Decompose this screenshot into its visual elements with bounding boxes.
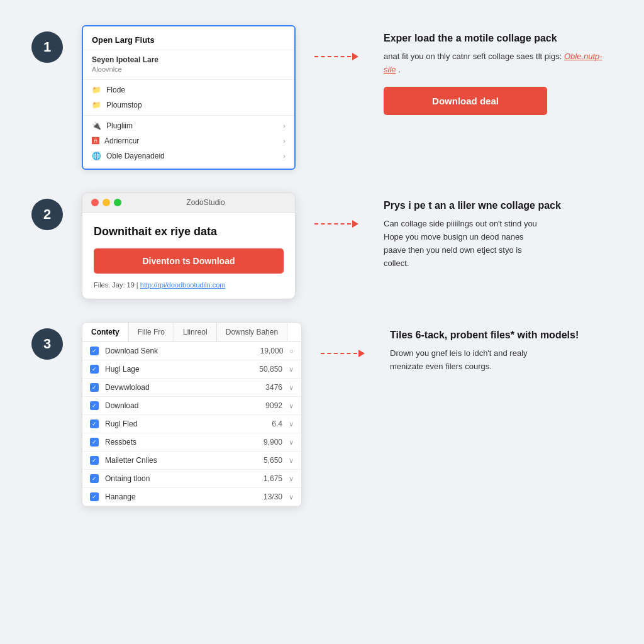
menu-header: Open Larg Fiuts <box>83 31 294 50</box>
row-value-2: 3476 <box>251 383 282 392</box>
traffic-green[interactable] <box>114 199 121 206</box>
traffic-red[interactable] <box>91 199 99 206</box>
chevron-icon: › <box>283 122 286 130</box>
menu-section-title: Seyen Ipoteal Lare <box>83 53 294 65</box>
row-name-6: Mailetter Cnlies <box>105 456 251 465</box>
step-3-arrow <box>321 322 371 360</box>
app-footer: Files. Jay: 19 | http://rpi/doodbootudil… <box>94 281 284 289</box>
row-value-4: 6.4 <box>251 419 282 428</box>
row-chevron-4: ∨ <box>289 420 294 428</box>
row-name-1: Hugl Lage <box>105 365 251 374</box>
tab-fille-fro[interactable]: Fille Fro <box>129 323 174 341</box>
table-row[interactable]: Mailetter Cnlies 5,650 ∨ <box>82 452 301 470</box>
folder2-icon: 📁 <box>92 101 101 109</box>
step-3-badge: 3 <box>31 328 63 360</box>
menu-mockup: Open Larg Fiuts Seyen Ipoteal Lare Aloov… <box>82 25 296 170</box>
step-1-text: anat fit you on thlу catnr seft collage … <box>384 50 613 77</box>
row-value-1: 50,850 <box>251 365 282 374</box>
row-name-3: Download <box>105 401 251 410</box>
menu-item-globe[interactable]: 🌐 Oble Dayenadeid › <box>83 148 294 164</box>
table-mockup: Contety Fille Fro Liinreol Downsly Bahen… <box>82 322 302 507</box>
table-row[interactable]: Ressbets 9,900 ∨ <box>82 433 301 452</box>
table-tabs: Contety Fille Fro Liinreol Downsly Bahen <box>82 323 301 342</box>
row-checkbox-4[interactable] <box>90 419 99 428</box>
step-2-mockup: ZodoStudio Downithait ex riye data Diven… <box>82 192 296 299</box>
table-body: Download Senk 19,000 ○ Hugl Lage 50,850 … <box>82 342 301 506</box>
row-value-0: 19,000 <box>252 347 283 355</box>
row-chevron-7: ∨ <box>289 475 294 483</box>
row-value-7: 1,675 <box>251 474 282 483</box>
table-row[interactable]: Rugl Fled 6.4 ∨ <box>82 415 301 433</box>
app-window: ZodoStudio Downithait ex riye data Diven… <box>82 192 296 299</box>
step-2-description: Prys i pe t an a liler wne collage pack … <box>384 192 613 274</box>
step-2-heading: Prys i pe t an a liler wne collage pack <box>384 199 613 213</box>
folder-icon: 📁 <box>92 86 101 94</box>
table-row[interactable]: Hanange 13/30 ∨ <box>82 488 301 506</box>
step-2-badge: 2 <box>31 199 63 230</box>
step-3-row: 3 Contety Fille Fro Liinreol Downsly Bah… <box>31 322 613 507</box>
adobe-icon: 🅰 <box>92 136 99 145</box>
arrow-dashed-2 <box>314 218 358 230</box>
globe-icon: 🌐 <box>92 152 101 160</box>
step-2-arrow <box>314 192 365 230</box>
step-1-badge: 1 <box>31 31 63 63</box>
step-1-description: Exper load the a motile collage pack ana… <box>384 25 613 115</box>
row-chevron-3: ∨ <box>289 402 294 410</box>
row-chevron-8: ∨ <box>289 493 294 501</box>
plugin-icon: 🔌 <box>92 121 101 130</box>
row-checkbox-6[interactable] <box>90 456 99 465</box>
arrow-dashed-3 <box>321 347 365 360</box>
row-value-8: 13/30 <box>251 492 282 501</box>
row-chevron-5: ∨ <box>289 438 294 447</box>
row-name-4: Rugl Fled <box>105 419 251 428</box>
step-2-text: Can collage side piiiilngs out on't stin… <box>384 218 613 270</box>
row-checkbox-8[interactable] <box>90 492 99 501</box>
row-checkbox-2[interactable] <box>90 383 99 392</box>
row-checkbox-5[interactable] <box>90 438 99 447</box>
row-checkbox-7[interactable] <box>90 474 99 483</box>
menu-separator-2 <box>83 115 294 116</box>
step-3-text: Drown you gnef leis lo idch't and realy … <box>390 347 613 374</box>
table-row[interactable]: Download 9092 ∨ <box>82 397 301 415</box>
menu-item-flode[interactable]: 📁 Flode <box>83 82 294 97</box>
app-download-button[interactable]: Diventon ts Download <box>94 248 284 274</box>
tab-contety[interactable]: Contety <box>82 323 129 341</box>
row-checkbox-1[interactable] <box>90 365 99 374</box>
download-deal-button[interactable]: Download deal <box>384 87 547 115</box>
row-chevron-0: ○ <box>289 347 294 355</box>
traffic-yellow[interactable] <box>103 199 110 206</box>
app-body: Downithait ex riye data Diventon ts Down… <box>82 213 295 299</box>
step-1-heading: Exper load the a motile collage pack <box>384 31 613 45</box>
step-1-mockup: Open Larg Fiuts Seyen Ipoteal Lare Aloov… <box>82 25 296 170</box>
table-row[interactable]: Devwwloload 3476 ∨ <box>82 379 301 397</box>
row-name-7: Ontaing tloon <box>105 474 251 483</box>
page-container: 1 Open Larg Fiuts Seyen Ipoteal Lare Alo… <box>13 13 631 519</box>
menu-separator <box>83 79 294 80</box>
tab-liinreol[interactable]: Liinreol <box>174 323 217 341</box>
menu-item-ploumstop[interactable]: 📁 Ploumstop <box>83 97 294 113</box>
tab-downsly[interactable]: Downsly Bahen <box>217 323 287 341</box>
row-name-8: Hanange <box>105 492 251 501</box>
app-title: ZodoStudio <box>186 198 225 207</box>
menu-item-plugliim[interactable]: 🔌 Plugliim › <box>83 118 294 133</box>
menu-section-sub: Aloovnlce <box>83 65 294 77</box>
step-2-row: 2 ZodoStudio Downithait ex riye data Div… <box>31 192 613 299</box>
chevron-icon-2: › <box>283 137 286 145</box>
app-heading: Downithait ex riye data <box>94 225 284 238</box>
table-row[interactable]: Download Senk 19,000 ○ <box>82 342 301 360</box>
row-value-5: 9,900 <box>251 438 282 447</box>
row-checkbox-3[interactable] <box>90 401 99 410</box>
menu-item-adrierncur[interactable]: 🅰 Adrierncur › <box>83 133 294 148</box>
app-footer-link[interactable]: http://rpi/doodbootudiln.com <box>140 281 226 289</box>
arrow-dashed-1 <box>314 50 358 63</box>
row-name-5: Ressbets <box>105 438 251 447</box>
row-chevron-1: ∨ <box>289 365 294 374</box>
row-name-0: Download Senk <box>105 347 252 355</box>
row-value-3: 9092 <box>251 401 282 410</box>
row-name-2: Devwwloload <box>105 383 251 392</box>
step-1-arrow <box>314 25 365 63</box>
row-checkbox-0[interactable] <box>90 347 99 355</box>
row-value-6: 5,650 <box>251 456 282 465</box>
table-row[interactable]: Hugl Lage 50,850 ∨ <box>82 360 301 379</box>
table-row[interactable]: Ontaing tloon 1,675 ∨ <box>82 470 301 488</box>
